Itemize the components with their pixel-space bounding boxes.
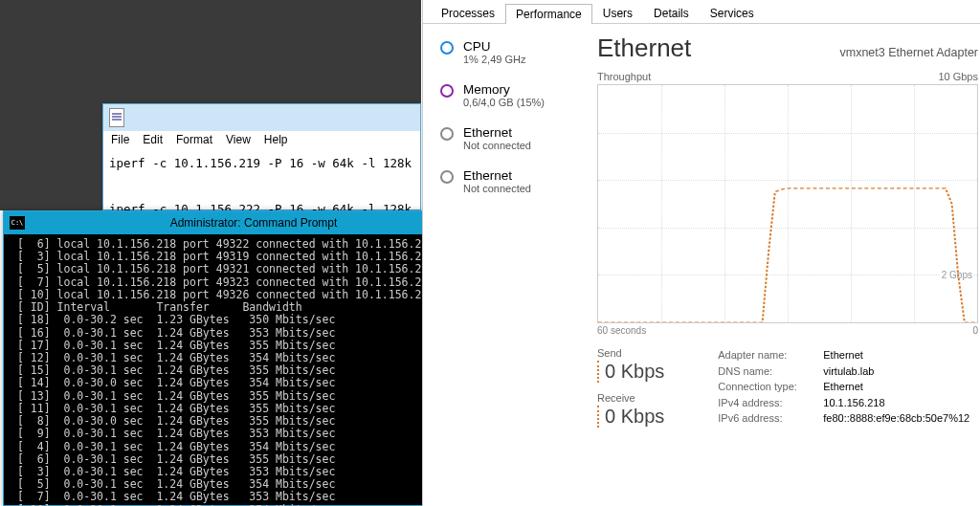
info-value: virtulab.lab — [823, 363, 874, 380]
tab-processes[interactable]: Processes — [431, 3, 505, 23]
xaxis-right: 0 — [972, 325, 978, 336]
xaxis-left: 60 seconds — [597, 325, 646, 336]
tm-detail-title: Ethernet — [597, 33, 691, 63]
menu-file[interactable]: File — [111, 133, 129, 146]
notepad-icon — [109, 108, 124, 127]
tm-tab-bar: ProcessesPerformanceUsersDetailsServices — [423, 0, 980, 24]
graph-label: Throughput — [597, 71, 651, 82]
info-value: Ethernet — [823, 379, 863, 395]
tab-performance[interactable]: Performance — [505, 4, 592, 24]
tab-services[interactable]: Services — [700, 3, 765, 23]
info-value: Ethernet — [823, 347, 863, 363]
notepad-titlebar[interactable] — [103, 104, 420, 131]
throughput-graph: 2 Gbps — [597, 84, 978, 323]
info-key: IPv6 address: — [718, 410, 817, 427]
sidebar-item-sub: Not connected — [463, 183, 531, 194]
info-key: DNS name: — [718, 363, 817, 380]
network-info-table: Adapter name:EthernetDNS name:virtulab.l… — [718, 347, 969, 428]
receive-value: 0 Kbps — [597, 406, 664, 428]
sidebar-item-label: CPU — [463, 39, 525, 54]
info-value: 10.1.156.218 — [823, 395, 884, 411]
tm-detail-pane: Ethernet vmxnet3 Ethernet Adapter Throug… — [597, 33, 980, 473]
graph-line — [598, 85, 977, 322]
cmd-title-text: Administrator: Command Prompt — [31, 216, 477, 230]
radio-icon — [440, 84, 454, 98]
info-key: Adapter name: — [718, 347, 817, 363]
sidebar-item-cpu[interactable]: CPU1% 2,49 GHz — [438, 33, 582, 71]
cmd-icon: C:\ — [10, 216, 25, 230]
sidebar-item-memory[interactable]: Memory0,6/4,0 GB (15%) — [438, 77, 582, 114]
radio-icon — [440, 170, 454, 184]
radio-icon — [440, 127, 454, 141]
info-key: Connection type: — [718, 379, 817, 395]
adapter-description: vmxnet3 Ethernet Adapter — [839, 46, 978, 59]
send-label: Send — [597, 347, 664, 359]
send-value: 0 Kbps — [597, 361, 664, 383]
radio-icon — [440, 41, 454, 55]
sidebar-item-ethernet[interactable]: EthernetNot connected — [438, 120, 582, 157]
receive-label: Receive — [597, 392, 664, 404]
sidebar-item-sub: 0,6/4,0 GB (15%) — [463, 97, 545, 108]
sidebar-item-sub: Not connected — [463, 140, 531, 151]
sidebar-item-sub: 1% 2,49 GHz — [463, 54, 525, 65]
menu-edit[interactable]: Edit — [143, 133, 163, 146]
sidebar-item-label: Ethernet — [463, 125, 531, 140]
tab-users[interactable]: Users — [592, 3, 643, 23]
graph-ymax: 10 Gbps — [938, 71, 978, 82]
menu-view[interactable]: View — [226, 133, 251, 146]
menu-format[interactable]: Format — [176, 133, 212, 146]
sidebar-item-ethernet[interactable]: EthernetNot connected — [438, 163, 582, 200]
sidebar-item-label: Ethernet — [463, 168, 531, 183]
info-key: IPv4 address: — [718, 395, 817, 411]
notepad-menubar: File Edit Format View Help — [103, 131, 420, 148]
tab-details[interactable]: Details — [643, 3, 700, 23]
menu-help[interactable]: Help — [264, 133, 288, 146]
sidebar-item-label: Memory — [463, 82, 545, 97]
info-value: fe80::8888:ef9e:68cb:50e7%12 — [823, 410, 969, 427]
tm-sidebar: CPU1% 2,49 GHzMemory0,6/4,0 GB (15%)Ethe… — [438, 33, 582, 473]
task-manager-window: ProcessesPerformanceUsersDetailsServices… — [422, 0, 980, 506]
notepad-window: File Edit Format View Help iperf -c 10.1… — [102, 103, 421, 210]
